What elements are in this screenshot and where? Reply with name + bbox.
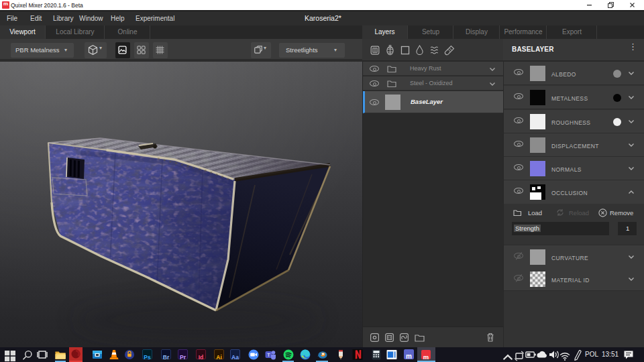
svg-text:T: T bbox=[267, 352, 270, 358]
